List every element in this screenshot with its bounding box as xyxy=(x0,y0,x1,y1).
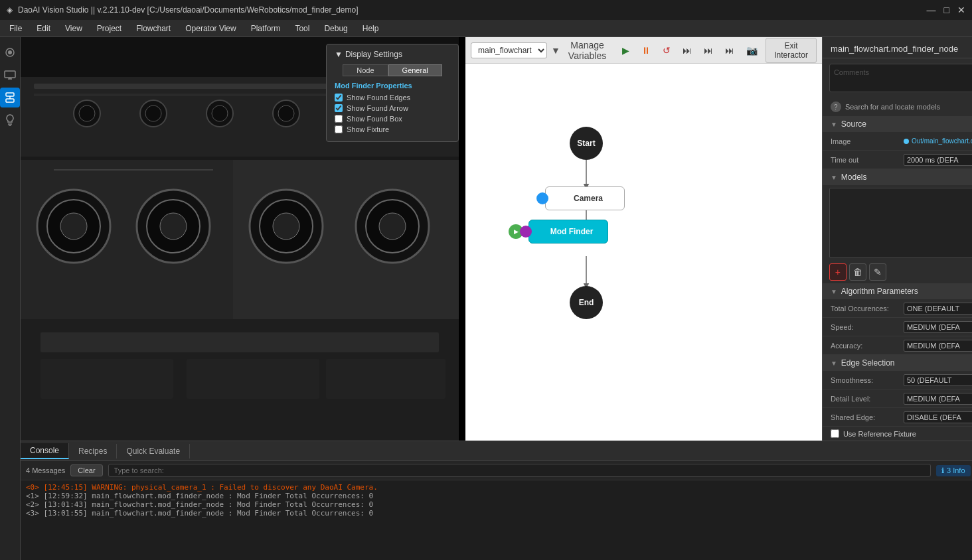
source-section-header[interactable]: ▼ Source xyxy=(823,116,972,132)
stop-button[interactable]: ↺ xyxy=(659,43,675,58)
next-button[interactable]: ⏭ xyxy=(700,43,717,58)
detail-level-input[interactable] xyxy=(904,393,972,405)
svg-rect-6 xyxy=(6,99,14,102)
info-icon: ℹ xyxy=(941,466,944,475)
menu-project[interactable]: Project xyxy=(90,23,128,35)
skip-button[interactable]: ⏭ xyxy=(721,43,738,58)
console-search-input[interactable] xyxy=(108,464,931,477)
console-tab-quick-evaluate[interactable]: Quick Evaluate xyxy=(117,444,190,458)
menu-help[interactable]: Help xyxy=(356,23,386,35)
sidebar-icon-lightbulb[interactable] xyxy=(0,110,20,130)
right-panel: main_flowchart.mod_finder_node Comments … xyxy=(822,37,972,441)
console-tabs: Console Recipes Quick Evaluate xyxy=(21,441,972,461)
flowchart-panel: main_flowchart ▼ Manage Variables ▶ ⏸ ↺ … xyxy=(465,37,822,441)
menu-debug[interactable]: Debug xyxy=(317,23,354,35)
edge-selection-section-header[interactable]: ▼ Edge Selection xyxy=(823,355,972,371)
camera-button[interactable]: 📷 xyxy=(742,43,762,58)
timeout-input[interactable] xyxy=(904,154,972,166)
smoothness-label: Smoothness: xyxy=(831,376,904,384)
show-found-edges-row: Show Found Edges xyxy=(335,94,450,102)
node-title: main_flowchart.mod_finder_node xyxy=(831,44,972,54)
mod-finder-node[interactable]: ▶ Mod Finder xyxy=(528,220,608,244)
svg-point-1 xyxy=(8,50,12,54)
show-fixture-checkbox[interactable] xyxy=(335,125,343,133)
console-line: <0> [12:45:15] WARNING: physical_camera_… xyxy=(26,483,972,492)
timeout-label: Time out xyxy=(831,156,904,164)
accuracy-input[interactable] xyxy=(904,340,972,352)
image-path[interactable]: Out/main_flowchart.camera_node/ima xyxy=(912,137,972,145)
step-button[interactable]: ⏭ xyxy=(679,43,696,58)
shared-edge-label: Shared Edge: xyxy=(831,413,904,421)
console-tab-console[interactable]: Console xyxy=(21,443,69,459)
models-area xyxy=(829,188,972,258)
ds-tab-general[interactable]: General xyxy=(388,64,442,76)
flowchart-canvas[interactable]: Start Camera ▶ xyxy=(465,64,822,441)
console-tab-recipes[interactable]: Recipes xyxy=(69,444,117,458)
source-arrow-icon: ▼ xyxy=(831,121,837,128)
show-found-box-checkbox[interactable] xyxy=(335,115,343,123)
models-arrow-icon: ▼ xyxy=(831,174,837,181)
flowchart-select[interactable]: main_flowchart xyxy=(471,42,547,58)
ds-tab-node[interactable]: Node xyxy=(343,64,388,76)
console-output: <0> [12:45:15] WARNING: physical_camera_… xyxy=(21,480,972,560)
total-occurrences-label: Total Occurences: xyxy=(831,305,904,313)
add-model-button[interactable]: + xyxy=(829,263,847,281)
algorithm-section-header[interactable]: ▼ Algorithm Parameters xyxy=(823,283,972,299)
speed-row: Speed: ▼ ℹ xyxy=(823,318,972,336)
timeout-property-row: Time out ▼ ℹ xyxy=(823,151,972,169)
close-button[interactable]: ✕ xyxy=(957,5,965,15)
menu-tool[interactable]: Tool xyxy=(288,23,316,35)
speed-input[interactable] xyxy=(904,321,972,333)
timeout-value: ▼ ℹ xyxy=(904,154,972,166)
delete-model-button[interactable]: 🗑 xyxy=(849,263,866,281)
sidebar-icon-camera[interactable] xyxy=(0,42,20,62)
sidebar-icon-monitor[interactable] xyxy=(0,65,20,85)
menu-edit[interactable]: Edit xyxy=(30,23,57,35)
menubar: File Edit View Project Flowchart Operato… xyxy=(0,20,972,37)
total-occurrences-input[interactable] xyxy=(904,303,972,315)
app-logo: ◈ xyxy=(7,5,13,15)
pause-button[interactable]: ⏸ xyxy=(637,43,655,58)
exit-interactor-button[interactable]: Exit Interactor xyxy=(766,38,817,63)
svg-point-16 xyxy=(79,105,95,121)
display-settings-title[interactable]: ▼ Display Settings xyxy=(335,50,450,59)
flow-arrows xyxy=(465,64,822,441)
show-found-arrow-checkbox[interactable] xyxy=(335,104,343,112)
manage-variables-button[interactable]: Manage Variables xyxy=(564,38,610,63)
app-title: DaoAI Vision Studio || v.2.21.10-dev [C:… xyxy=(18,5,359,15)
show-found-edges-checkbox[interactable] xyxy=(335,94,343,102)
clear-button[interactable]: Clear xyxy=(70,464,102,476)
menu-view[interactable]: View xyxy=(58,23,89,35)
content-area: ▼ Display Settings Node General Mod Find… xyxy=(21,37,972,560)
menu-flowchart[interactable]: Flowchart xyxy=(129,23,177,35)
main-layout: ▼ Display Settings Node General Mod Find… xyxy=(0,37,972,560)
smoothness-input[interactable] xyxy=(904,374,972,386)
svg-rect-45 xyxy=(326,359,446,399)
accuracy-label: Accuracy: xyxy=(831,342,904,350)
menu-file[interactable]: File xyxy=(3,23,29,35)
window-controls[interactable]: — □ ✕ xyxy=(927,5,965,15)
question-icon: ? xyxy=(831,102,841,112)
shared-edge-input[interactable] xyxy=(904,411,972,423)
total-occurrences-row: Total Occurences: ▼ ℹ xyxy=(823,299,972,318)
image-label: Image xyxy=(831,137,904,145)
play-button[interactable]: ▶ xyxy=(618,43,633,58)
show-found-box-row: Show Found Box xyxy=(335,115,450,123)
edit-model-button[interactable]: ✎ xyxy=(869,263,886,281)
detail-level-row: Detail Level: ▼ ℹ xyxy=(823,389,972,408)
minimize-button[interactable]: — xyxy=(927,5,936,15)
camera-node[interactable]: Camera xyxy=(545,186,625,210)
info-badge[interactable]: ℹ 3 Info xyxy=(936,465,971,476)
accuracy-row: Accuracy: ▼ ℹ xyxy=(823,336,972,355)
use-ref-fixture-checkbox[interactable] xyxy=(831,429,839,438)
svg-rect-43 xyxy=(40,359,173,399)
console-toolbar: 4 Messages Clear ℹ 3 Info ⚠ 1 Warning ✕ … xyxy=(21,461,972,480)
image-dot-icon xyxy=(904,139,909,144)
models-section-header[interactable]: ▼ Models xyxy=(823,169,972,185)
menu-platform[interactable]: Platform xyxy=(244,23,287,35)
algorithm-section-label: Algorithm Parameters xyxy=(841,287,918,296)
menu-operator-view[interactable]: Operator View xyxy=(179,23,242,35)
comments-box[interactable]: Comments xyxy=(829,64,972,92)
sidebar-icon-flowchart[interactable] xyxy=(0,88,20,107)
maximize-button[interactable]: □ xyxy=(944,5,949,15)
